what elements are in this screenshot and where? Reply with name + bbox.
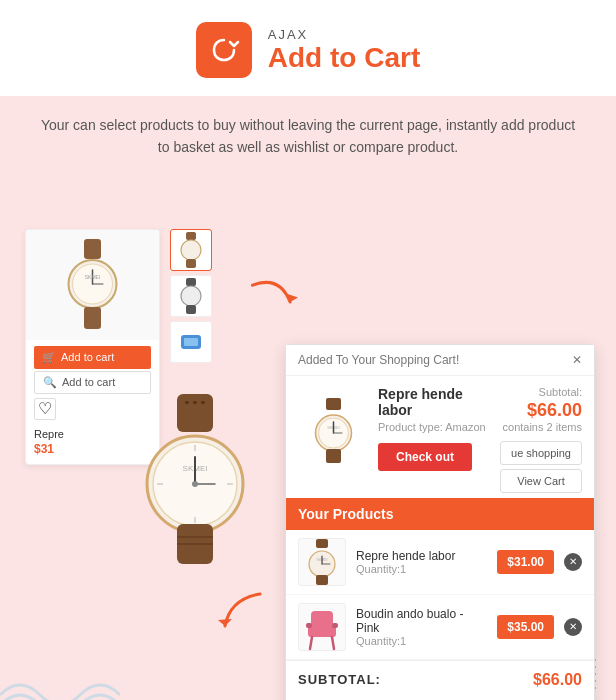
svg-rect-35	[326, 398, 341, 410]
thumb-2[interactable]	[170, 275, 212, 317]
decorative-wave	[0, 635, 120, 700]
svg-marker-34	[218, 619, 232, 626]
thumb-3[interactable]	[170, 321, 212, 363]
cart-item-1-qty: Quantity:1	[356, 563, 487, 575]
svg-rect-14	[184, 338, 198, 346]
cart-item-2-name: Boudin ando bualo - Pink	[356, 607, 487, 635]
cart-product-image: SKMEI	[298, 386, 368, 476]
cart-item-1-info: Repre hende labor Quantity:1	[356, 549, 487, 575]
cart-item-1-name: Repre hende labor	[356, 549, 487, 563]
cart-product-details: Repre hende labor Product type: Amazon C…	[378, 386, 490, 477]
demo-area: SKMEI 🛒 Add to cart 🔍 Add to cart ♡ Repr…	[0, 189, 616, 700]
svg-line-51	[332, 637, 334, 649]
continue-shopping-button[interactable]: ue shopping	[500, 441, 582, 465]
items-count: contains 2 items	[500, 421, 582, 433]
header-title: Add to Cart	[268, 42, 420, 74]
svg-rect-52	[306, 623, 312, 628]
cart-item-2-image	[298, 603, 346, 651]
header-subtitle: AJAX	[268, 27, 420, 42]
description-text: Your can select products to buy without …	[40, 114, 576, 159]
svg-rect-18	[185, 401, 189, 404]
product-image: SKMEI	[26, 230, 159, 340]
svg-rect-41	[326, 449, 341, 463]
cart-item-1-image: SKMEI	[298, 538, 346, 586]
thumbnail-list	[170, 229, 212, 363]
remove-item-1-button[interactable]: ✕	[564, 553, 582, 571]
svg-line-50	[310, 637, 312, 649]
cart-subtotal-label: SUBTOTAL:	[298, 672, 381, 687]
cart-item-2-price: $35.00	[497, 615, 554, 639]
remove-item-2-button[interactable]: ✕	[564, 618, 582, 636]
svg-rect-17	[177, 394, 213, 432]
cart-item-1-price: $31.00	[497, 550, 554, 574]
arrow-1	[240, 264, 305, 337]
page-header: AJAX Add to Cart	[0, 0, 616, 96]
search-icon: 🔍	[43, 376, 57, 389]
svg-point-11	[181, 286, 201, 306]
svg-rect-10	[186, 278, 196, 286]
header-text-group: AJAX Add to Cart	[268, 27, 420, 74]
cart-totals: Subtotal: $66.00 contains 2 items ue sho…	[500, 386, 582, 493]
thumb-1[interactable]	[170, 229, 212, 271]
cart-item-row-1: SKMEI Repre hende labor Quantity:1 $31.0…	[286, 530, 594, 595]
large-watch-image: SKMEI	[125, 389, 265, 573]
add-to-cart-button-1[interactable]: 🛒 Add to cart	[34, 346, 151, 369]
cart-icon: 🛒	[42, 351, 56, 364]
added-message: Added To Your Shopping Cart!	[298, 353, 459, 367]
cart-product-type: Product type: Amazon	[378, 421, 490, 433]
heart-icon: ♡	[38, 399, 52, 418]
svg-rect-0	[84, 239, 101, 259]
subtotal-label: Subtotal:	[500, 386, 582, 398]
watch-image-svg: SKMEI	[55, 237, 130, 332]
close-button[interactable]: ✕	[572, 353, 582, 367]
svg-rect-42	[316, 539, 328, 548]
svg-rect-9	[186, 259, 196, 268]
ajax-cart-icon	[196, 22, 252, 78]
view-cart-button-small[interactable]: View Cart	[500, 469, 582, 493]
description-section: Your can select products to buy without …	[0, 96, 616, 189]
svg-rect-6	[84, 307, 101, 329]
svg-rect-53	[332, 623, 338, 628]
cart-product-name: Repre hende labor	[378, 386, 490, 418]
cart-item-2-qty: Quantity:1	[356, 635, 487, 647]
svg-point-8	[181, 240, 201, 260]
svg-marker-16	[283, 293, 298, 303]
svg-rect-7	[186, 232, 196, 240]
svg-rect-12	[186, 305, 196, 314]
cart-subtotal-row: SUBTOTAL: $66.00	[286, 660, 594, 699]
cart-notif-header: Added To Your Shopping Cart! ✕	[286, 345, 594, 376]
wishlist-button[interactable]: ♡	[34, 398, 56, 420]
svg-point-30	[192, 481, 198, 487]
your-products-header: Your Products	[286, 498, 594, 530]
cart-product-info-row: SKMEI Repre hende labor Product type: Am…	[286, 376, 594, 498]
svg-rect-20	[201, 401, 205, 404]
svg-rect-49	[311, 611, 333, 627]
cart-item-2-info: Boudin ando bualo - Pink Quantity:1	[356, 607, 487, 647]
cart-item-row-2: Boudin ando bualo - Pink Quantity:1 $35.…	[286, 595, 594, 660]
subtotal-value: $66.00	[500, 400, 582, 421]
cart-notification-popup: Added To Your Shopping Cart! ✕ SKMEI Rep…	[285, 344, 595, 700]
cart-subtotal-value: $66.00	[533, 671, 582, 689]
svg-text:SKMEI: SKMEI	[85, 274, 101, 280]
svg-rect-47	[316, 575, 328, 585]
arrow-2	[210, 584, 270, 648]
svg-rect-19	[193, 401, 197, 404]
checkout-button[interactable]: Check out	[378, 443, 472, 471]
